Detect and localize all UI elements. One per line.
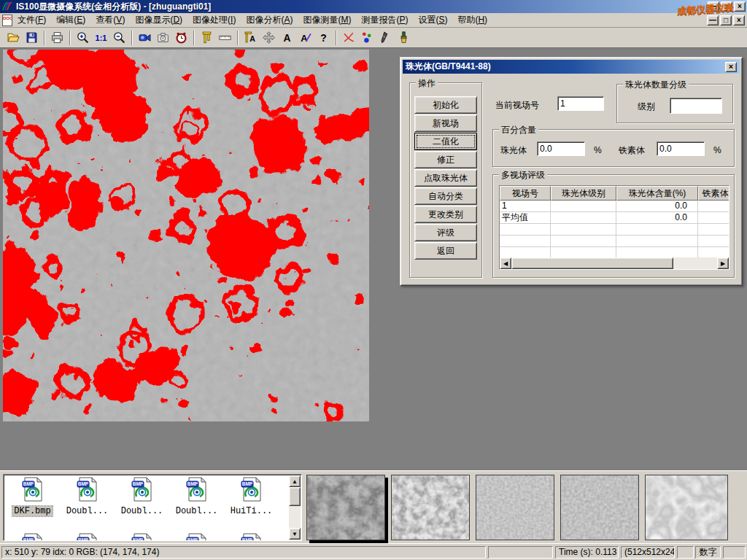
scroll-left-button[interactable]: ◀ (500, 257, 511, 269)
maximize-button[interactable]: □ (721, 1, 732, 12)
file-browser[interactable]: BMPDKF.bmpBMPDoubl...BMPDoubl...BMPDoubl… (3, 474, 302, 541)
brush-button[interactable] (395, 29, 413, 47)
file-name: DKF.bmp (12, 506, 52, 516)
specimen-image[interactable] (3, 50, 369, 421)
file-item-row2-1[interactable]: BMP (5, 533, 60, 541)
table-row[interactable]: 10.0 (500, 201, 729, 212)
bmp-file-icon: BMP (75, 533, 100, 541)
print-icon (51, 31, 63, 44)
file-name: Doubl... (120, 506, 165, 516)
ferrite-label: 铁素体 (619, 144, 645, 157)
hscrollbar-thumb[interactable] (511, 257, 673, 269)
op-button-7[interactable]: 更改类别 (414, 206, 477, 223)
file-item-row2-4[interactable]: BMP (169, 533, 224, 541)
op-button-1[interactable]: 初始化 (414, 96, 477, 114)
pearlite-dialog: 珠光体(GB/T9441-88) × 操作 初始化新视场二值化修正点取珠光体自动… (400, 57, 743, 286)
ruler-button[interactable] (216, 29, 234, 47)
status-bar: x: 510 y: 79 idx: 0 RGB: (174, 174, 174)… (0, 543, 747, 560)
dialog-title-bar[interactable]: 珠光体(GB/T9441-88) × (403, 60, 740, 74)
table-cell (616, 224, 698, 236)
caliper-button[interactable] (198, 29, 216, 47)
file-item-row2-2[interactable]: BMP (60, 533, 115, 541)
child-close-button[interactable]: × (733, 15, 745, 26)
file-item-row2-3[interactable]: BMP (115, 533, 169, 541)
move-cross-button[interactable] (260, 29, 278, 47)
file-item-2[interactable]: BMPDoubl... (60, 477, 115, 516)
dialog-close-button[interactable]: × (725, 62, 737, 72)
scroll-up-button[interactable]: ▲ (289, 475, 301, 487)
menu-item-1[interactable]: 文件(F) (12, 12, 51, 28)
menu-item-5[interactable]: 图像处理(I) (187, 12, 241, 28)
op-button-5[interactable]: 点取珠光体 (414, 169, 477, 187)
menu-item-4[interactable]: 图像显示(D) (130, 12, 187, 28)
menu-item-6[interactable]: 图像分析(A) (241, 12, 298, 28)
video-capture-button[interactable] (136, 29, 154, 47)
table-row[interactable] (500, 224, 729, 236)
zoom-in-button[interactable] (74, 29, 92, 47)
help-button[interactable]: ? (314, 29, 333, 47)
multi-field-table[interactable]: 视场号珠光体级别珠光体含量(%)铁素体含量(%) 10.0平均值0.0 ◀ ▶ (499, 185, 729, 270)
table-row[interactable]: 平均值0.0 (500, 212, 729, 224)
column-header-3: 珠光体含量(%) (616, 186, 698, 201)
svg-text:BMP: BMP (23, 481, 34, 486)
pearlite-unit: % (594, 145, 602, 155)
save-button[interactable] (23, 29, 41, 47)
file-item-3[interactable]: BMPDoubl... (115, 477, 169, 516)
menu-item-7[interactable]: 图像测量(M) (298, 12, 356, 28)
op-button-8[interactable]: 评级 (414, 224, 477, 241)
particle-count-button[interactable] (358, 29, 376, 47)
thumbnail-4[interactable] (560, 475, 639, 540)
op-button-2[interactable]: 新视场 (414, 114, 477, 132)
minimize-button[interactable]: — (708, 1, 719, 12)
op-button-4[interactable]: 修正 (414, 151, 477, 168)
operation-group-label: 操作 (416, 77, 438, 90)
file-list-vscrollbar[interactable]: ▲ ▼ (289, 475, 301, 540)
scroll-down-button[interactable]: ▼ (289, 528, 301, 540)
thumbnail-5[interactable] (645, 475, 728, 540)
svg-text:BMP: BMP (77, 537, 88, 541)
file-item-5[interactable]: BMPHuiTi... (224, 477, 279, 516)
open-file-button[interactable] (4, 29, 23, 47)
close-button[interactable]: × (734, 1, 746, 12)
table-row[interactable] (500, 236, 729, 247)
actual-size-button[interactable]: 1:1 (92, 29, 110, 47)
text-edit-button[interactable]: A (296, 29, 314, 47)
op-button-9[interactable]: 返回 (414, 242, 477, 260)
menu-item-10[interactable]: 帮助(H) (452, 12, 492, 28)
table-hscrollbar[interactable]: ◀ ▶ (500, 257, 729, 269)
file-item-4[interactable]: BMPDoubl... (169, 477, 224, 516)
pointer-pen-button[interactable] (376, 29, 395, 47)
thumbnail-3[interactable] (476, 475, 554, 540)
menu-item-9[interactable]: 设置(S) (413, 12, 452, 28)
print-button[interactable] (48, 29, 66, 47)
child-minimize-button[interactable]: — (707, 15, 719, 26)
menu-item-2[interactable]: 编辑(E) (51, 12, 90, 28)
thumbnail-2[interactable] (391, 475, 470, 540)
current-field-input[interactable] (557, 96, 604, 111)
camera-button[interactable] (154, 29, 172, 47)
pearlite-percent-input[interactable] (537, 141, 585, 156)
zoom-out-button[interactable] (110, 29, 128, 47)
op-button-3[interactable]: 二值化 (414, 133, 477, 150)
vscrollbar-thumb[interactable] (289, 487, 301, 506)
file-name: Doubl... (65, 506, 110, 516)
file-item-1[interactable]: BMPDKF.bmp (5, 477, 60, 516)
table-cell (616, 236, 698, 247)
text-label-button[interactable]: A (278, 29, 296, 47)
child-restore-button[interactable]: □ (720, 15, 732, 26)
thumbnail-1[interactable] (306, 475, 385, 540)
measure-text-button[interactable]: A (241, 29, 260, 47)
table-cell (698, 236, 729, 247)
menu-item-3[interactable]: 查看(V) (90, 12, 130, 28)
move-cross-icon (263, 31, 275, 44)
level-input[interactable] (670, 98, 722, 114)
bmp-file-icon: BMP (20, 477, 45, 504)
menu-item-8[interactable]: 测量报告(P) (356, 12, 413, 28)
file-item-row2-5[interactable]: BMP (224, 533, 279, 541)
timer-button[interactable] (172, 29, 190, 47)
curve-tool-button[interactable] (340, 29, 358, 47)
op-button-6[interactable]: 自动分类 (414, 187, 477, 205)
ferrite-percent-input[interactable] (657, 141, 705, 156)
scroll-right-button[interactable]: ▶ (717, 257, 729, 269)
pearlite-label: 珠光体 (500, 144, 527, 157)
